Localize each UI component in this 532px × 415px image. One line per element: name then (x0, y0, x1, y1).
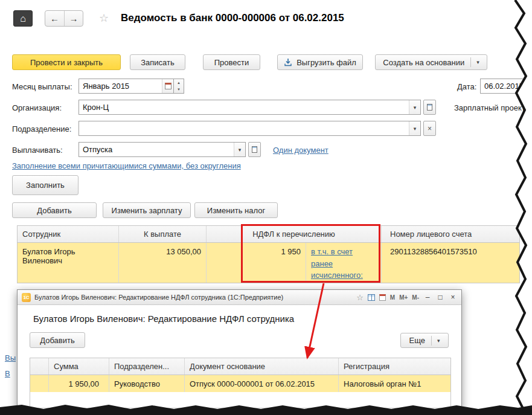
month-field (79, 79, 174, 94)
column-header-sum[interactable]: Сумма (48, 358, 109, 375)
post-button[interactable]: Провести (203, 54, 260, 70)
back-icon: ← (50, 13, 59, 24)
home-button[interactable]: ⌂ (13, 10, 33, 27)
cell-account: 29011328856401573510 (381, 243, 519, 283)
cell-ndfl: 1 950 (206, 243, 306, 283)
background-link[interactable]: Вы (5, 353, 16, 362)
column-header-marker (30, 358, 48, 375)
column-header-document[interactable]: Документ основание (184, 358, 338, 375)
salary-project-label: Зарплатный проект: (454, 103, 527, 112)
dialog-favorite-icon[interactable]: ☆ (356, 293, 364, 302)
cell-document: Отпуск 0000-000001 от 06.02.2015 (184, 375, 338, 392)
spinner-down-icon[interactable]: ▼ (174, 86, 184, 94)
department-clear-button[interactable]: × (423, 121, 436, 136)
cell-department: Руководство (109, 375, 184, 392)
month-label: Месяц выплаты: (12, 82, 72, 91)
close-icon: × (428, 124, 432, 133)
chevron-down-icon: ▾ (414, 126, 417, 132)
calendar-picker-button[interactable] (162, 79, 173, 93)
date-field (480, 79, 530, 94)
table-row[interactable]: Булатов Игорь Виленович 13 050,00 1 950 … (18, 243, 519, 283)
back-button[interactable]: ← (45, 11, 64, 26)
cell-registration: Налоговый орган №1 (338, 375, 450, 392)
organization-open-button[interactable] (423, 100, 436, 115)
chevron-down-icon: ▾ (414, 105, 417, 111)
dialog-title: Булатов Игорь Виленович: Редактирование … (33, 314, 294, 324)
pay-field: ▾ (79, 142, 246, 157)
forward-button[interactable]: → (64, 11, 83, 26)
date-label: Дата: (457, 82, 476, 91)
pay-open-button[interactable] (248, 142, 261, 157)
create-based-on-button[interactable]: Создать на основании ▾ (375, 54, 487, 70)
edit-salary-button[interactable]: Изменить зарплату (103, 202, 191, 218)
cell-to-pay: 13 050,00 (118, 243, 206, 283)
chevron-down-icon: ▾ (239, 147, 242, 153)
chevron-down-icon: ▾ (431, 336, 440, 346)
one-document-link[interactable]: Один документ (273, 146, 328, 155)
memory-button-m-plus[interactable]: M+ (399, 294, 408, 301)
department-field: ▾ (79, 121, 421, 136)
home-icon: ⌂ (20, 13, 26, 24)
nav-history: ← → (45, 10, 83, 27)
edit-tax-button[interactable]: Изменить налог (194, 202, 278, 218)
add-row-button[interactable]: Добавить (12, 202, 97, 218)
date-input[interactable] (481, 79, 530, 93)
pay-input[interactable] (79, 143, 234, 156)
month-stepper: ▲ ▼ (174, 79, 184, 94)
column-header-to-pay[interactable]: К выплате (118, 226, 206, 242)
dialog-titlebar-text: Булатов Игорь Виленович: Редактирование … (34, 294, 353, 301)
export-file-icon (284, 58, 292, 66)
pay-label: Выплачивать: (12, 146, 63, 155)
close-icon[interactable]: × (449, 293, 457, 301)
calendar-icon (165, 83, 171, 89)
fill-all-sums-link[interactable]: Заполнение всеми причитающимися суммами,… (12, 161, 241, 170)
1c-logo-icon: 1С (22, 293, 31, 302)
cell-marker (30, 375, 48, 392)
grid-icon[interactable] (368, 294, 375, 301)
post-and-close-button[interactable]: Провести и закрыть (12, 54, 121, 70)
dialog-table-header: Сумма Подразделен... Документ основание … (30, 358, 450, 375)
open-form-icon (252, 146, 257, 153)
fill-button[interactable]: Заполнить (12, 175, 79, 195)
column-header-department[interactable]: Подразделен... (109, 358, 184, 375)
dialog-more-label: Еще (409, 336, 425, 345)
maximize-icon[interactable]: □ (436, 293, 444, 301)
column-header-employee[interactable]: Сотрудник (18, 226, 118, 242)
calendar-icon[interactable] (379, 294, 386, 301)
favorite-star-icon[interactable]: ☆ (99, 11, 109, 25)
ndfl-detail-link[interactable]: в т.ч. в счет ранее исчисленного: (311, 247, 363, 280)
export-file-button[interactable]: Выгрузить файл (277, 54, 363, 70)
organization-dropdown-button[interactable]: ▾ (409, 100, 420, 114)
dialog-table: Сумма Подразделен... Документ основание … (30, 358, 451, 408)
column-header-account[interactable]: Номер лицевого счета (381, 226, 519, 242)
organization-field: ▾ (79, 100, 421, 115)
organization-label: Организация: (12, 103, 62, 112)
table-row[interactable]: 1 950,00 Руководство Отпуск 0000-000001 … (30, 375, 450, 392)
dialog-titlebar[interactable]: 1С Булатов Игорь Виленович: Редактирован… (18, 290, 461, 305)
spinner-up-icon[interactable]: ▲ (174, 79, 184, 86)
dialog-add-button[interactable]: Добавить (30, 332, 85, 348)
column-header-registration[interactable]: Регистрация (338, 358, 450, 375)
department-dropdown-button[interactable]: ▾ (409, 121, 420, 135)
background-link[interactable]: В (5, 369, 10, 378)
month-input[interactable] (79, 79, 162, 93)
department-label: Подразделение: (12, 124, 71, 134)
minimize-icon[interactable]: – (423, 293, 432, 301)
cell-sum: 1 950,00 (48, 375, 109, 392)
column-header-ndfl[interactable]: НДФЛ к перечислению (206, 226, 381, 242)
pay-dropdown-button[interactable]: ▾ (234, 143, 245, 156)
department-input[interactable] (79, 121, 409, 135)
employees-table-header: Сотрудник К выплате НДФЛ к перечислению … (18, 226, 519, 243)
open-form-icon (427, 104, 432, 111)
memory-button-m[interactable]: M (390, 294, 395, 301)
forward-icon: → (69, 13, 79, 24)
write-button[interactable]: Записать (130, 54, 185, 70)
ndfl-edit-dialog: 1С Булатов Игорь Виленович: Редактирован… (17, 289, 462, 410)
export-file-label: Выгрузить файл (296, 58, 356, 67)
page-title: Ведомость в банк 0000-000006 от 06.02.20… (121, 12, 344, 24)
memory-button-m-minus[interactable]: M- (412, 294, 419, 301)
cell-employee: Булатов Игорь Виленович (18, 243, 118, 283)
employees-table: Сотрудник К выплате НДФЛ к перечислению … (17, 225, 520, 283)
dialog-more-button[interactable]: Еще ▾ (400, 333, 449, 348)
organization-input[interactable] (79, 100, 409, 114)
